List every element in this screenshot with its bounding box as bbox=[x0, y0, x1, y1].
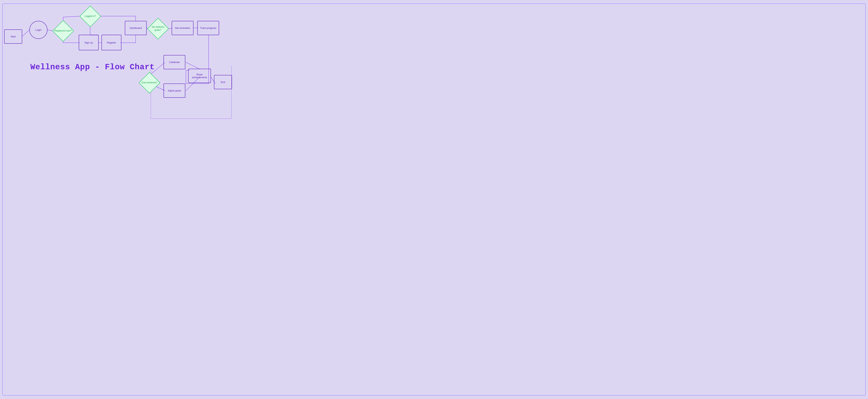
share-achievements-node: Share achievements bbox=[188, 69, 211, 83]
set-wellness-goals-node: Set wellness goals? bbox=[149, 20, 167, 37]
outer-border bbox=[2, 3, 866, 396]
track-progress-node: Track progress bbox=[197, 21, 219, 35]
register-node: Register bbox=[101, 35, 121, 50]
adjust-goals-node: Adjust goals bbox=[163, 84, 185, 98]
end-node: End bbox=[214, 75, 232, 89]
registered-user-node: Registered user? bbox=[54, 22, 72, 40]
connections-svg bbox=[0, 0, 868, 399]
sign-up-node: Sign up bbox=[79, 35, 99, 50]
logged-in-node: Logged in? bbox=[81, 7, 99, 25]
set-reminders-node: Set reminders bbox=[172, 21, 193, 35]
start-node: Start bbox=[4, 29, 22, 44]
login-node: Login bbox=[29, 21, 48, 39]
goal-achieved-node: Goal achieved? bbox=[141, 74, 158, 92]
celebrate-node: Celebrate bbox=[163, 55, 185, 69]
chart-title: Wellness App - Flow Chart bbox=[30, 63, 155, 72]
dashboard-node: Dashboard bbox=[125, 21, 147, 35]
flowchart-canvas: Start Login Registered user? Logged in? … bbox=[0, 0, 868, 399]
